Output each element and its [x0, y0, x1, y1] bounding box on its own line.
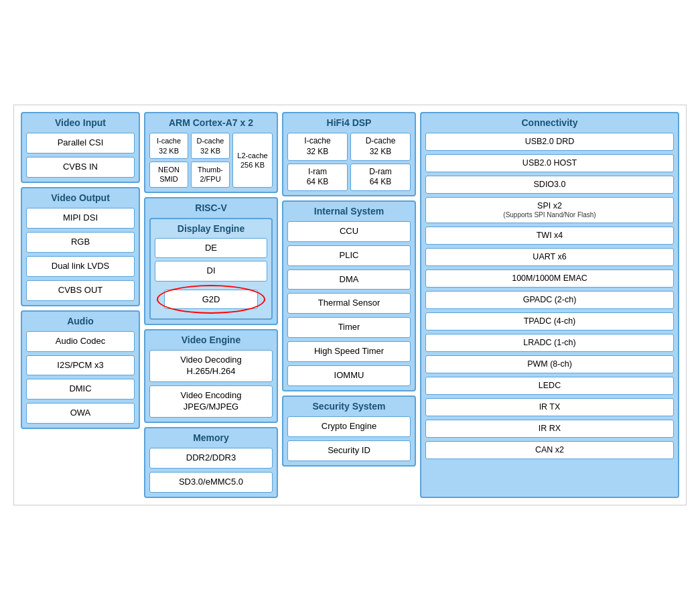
- hifi-ram-row: I-ram64 KB D-ram64 KB: [287, 164, 411, 191]
- arm-row-1: I-cache32 KB D-cache32 KB NEONSMID Thumb…: [149, 133, 273, 187]
- connectivity-section: Connectivity USB2.0 DRD USB2.0 HOST SDIO…: [420, 112, 679, 497]
- spi-note: (Supports SPI Nand/Nor Flash): [429, 211, 671, 219]
- memory-title: Memory: [149, 432, 273, 443]
- video-engine-section: Video Engine Video DecodingH.265/H.264 V…: [144, 329, 278, 423]
- audio-section: Audio Audio Codec I2S/PCM x3 DMIC OWA: [21, 310, 140, 430]
- dual-link-lvds: Dual link LVDS: [26, 256, 135, 277]
- ledc: LEDC: [425, 377, 674, 395]
- video-engine-title: Video Engine: [149, 334, 273, 345]
- hifi-dcache: D-cache32 KB: [350, 133, 411, 160]
- arm-inner: I-cache32 KB D-cache32 KB NEONSMID Thumb…: [149, 133, 273, 187]
- ir-rx: IR RX: [425, 420, 674, 438]
- internal-system-section: Internal System CCU PLIC DMA Thermal Sen…: [282, 200, 416, 391]
- arm-neon: NEONSMID: [149, 162, 188, 188]
- thermal-sensor: Thermal Sensor: [287, 293, 411, 314]
- security-system-title: Security System: [287, 401, 411, 412]
- arm-cache-row: I-cache32 KB D-cache32 KB: [149, 133, 230, 159]
- security-id: Security ID: [287, 440, 411, 461]
- sdio: SDIO3.0: [425, 176, 674, 194]
- arm-cortex-section: ARM Cortex-A7 x 2 I-cache32 KB D-cache32…: [144, 112, 278, 192]
- emac: 100M/1000M EMAC: [425, 269, 674, 288]
- internal-system-title: Internal System: [287, 206, 411, 217]
- iommu: IOMMU: [287, 365, 411, 386]
- audio-codec: Audio Codec: [26, 331, 135, 352]
- video-encoding: Video EncodingJPEG/MJPEG: [149, 385, 273, 418]
- arm-l2cache: L2-cache256 KB: [232, 133, 273, 187]
- ir-tx: IR TX: [425, 398, 674, 416]
- riscv-title: RISC-V: [149, 202, 273, 213]
- usb2-drd: USB2.0 DRD: [425, 133, 674, 151]
- video-input-section: Video Input Parallel CSI CVBS IN: [21, 112, 140, 183]
- cvbs-in: CVBS IN: [26, 157, 135, 178]
- display-engine-title: Display Engine: [155, 223, 267, 234]
- arm-icache: I-cache32 KB: [149, 133, 188, 159]
- arm-thumb: Thumb-2/FPU: [191, 162, 230, 188]
- column-2: ARM Cortex-A7 x 2 I-cache32 KB D-cache32…: [144, 112, 278, 497]
- hifi-iram: I-ram64 KB: [287, 164, 348, 191]
- ccu: CCU: [287, 221, 411, 242]
- pwm: PWM (8-ch): [425, 355, 674, 373]
- column-1: Video Input Parallel CSI CVBS IN Video O…: [21, 112, 140, 497]
- display-engine-section: Display Engine DE DI G2D: [149, 218, 273, 320]
- chip-diagram: Video Input Parallel CSI CVBS IN Video O…: [13, 105, 687, 505]
- owa: OWA: [26, 403, 135, 424]
- arm-cortex-title: ARM Cortex-A7 x 2: [149, 117, 273, 128]
- lradc: LRADC (1-ch): [425, 334, 674, 352]
- g2d-container: G2D: [155, 284, 267, 314]
- cvbs-out: CVBS OUT: [26, 280, 135, 301]
- g2d-item: G2D: [164, 290, 258, 309]
- spi-group: SPI x2 (Supports SPI Nand/Nor Flash): [425, 197, 674, 223]
- sd-emmc: SD3.0/eMMC5.0: [149, 472, 273, 493]
- high-speed-timer: High Speed Timer: [287, 341, 411, 362]
- i2s-pcm: I2S/PCM x3: [26, 355, 135, 376]
- hifi4-title: HiFi4 DSP: [287, 117, 411, 128]
- arm-neon-row: NEONSMID Thumb-2/FPU: [149, 162, 230, 188]
- security-system-section: Security System Crypto Engine Security I…: [282, 395, 416, 467]
- spi-label: SPI x2: [429, 201, 671, 211]
- parallel-csi: Parallel CSI: [26, 133, 135, 154]
- hifi-dram: D-ram64 KB: [350, 164, 411, 191]
- video-decoding: Video DecodingH.265/H.264: [149, 350, 273, 382]
- mipi-dsi: MIPI DSI: [26, 208, 135, 229]
- can: CAN x2: [425, 441, 674, 459]
- dmic: DMIC: [26, 379, 135, 400]
- gpadc: GPADC (2-ch): [425, 291, 674, 309]
- hifi-icache: I-cache32 KB: [287, 133, 348, 160]
- uart: UART x6: [425, 248, 674, 266]
- dma: DMA: [287, 269, 411, 290]
- crypto-engine: Crypto Engine: [287, 416, 411, 437]
- hifi-cache-row: I-cache32 KB D-cache32 KB: [287, 133, 411, 160]
- connectivity-title: Connectivity: [425, 117, 674, 128]
- column-4: Connectivity USB2.0 DRD USB2.0 HOST SDIO…: [420, 112, 679, 497]
- riscv-section: RISC-V Display Engine DE DI G2D: [144, 197, 278, 326]
- video-input-title: Video Input: [26, 117, 135, 128]
- usb2-host: USB2.0 HOST: [425, 154, 674, 172]
- hifi-inner: I-cache32 KB D-cache32 KB I-ram64 KB D-r…: [287, 133, 411, 190]
- twi: TWI x4: [425, 227, 674, 245]
- arm-dcache: D-cache32 KB: [191, 133, 230, 159]
- timer: Timer: [287, 317, 411, 338]
- video-output-section: Video Output MIPI DSI RGB Dual link LVDS…: [21, 187, 140, 306]
- ddr: DDR2/DDR3: [149, 448, 273, 469]
- video-output-title: Video Output: [26, 192, 135, 203]
- audio-title: Audio: [26, 316, 135, 326]
- memory-section: Memory DDR2/DDR3 SD3.0/eMMC5.0: [144, 427, 278, 498]
- hifi4-section: HiFi4 DSP I-cache32 KB D-cache32 KB I-ra…: [282, 112, 416, 196]
- di-item: DI: [155, 261, 267, 282]
- plic: PLIC: [287, 245, 411, 266]
- column-3: HiFi4 DSP I-cache32 KB D-cache32 KB I-ra…: [282, 112, 416, 497]
- tpadc: TPADC (4-ch): [425, 312, 674, 330]
- rgb: RGB: [26, 232, 135, 253]
- de-item: DE: [155, 238, 267, 259]
